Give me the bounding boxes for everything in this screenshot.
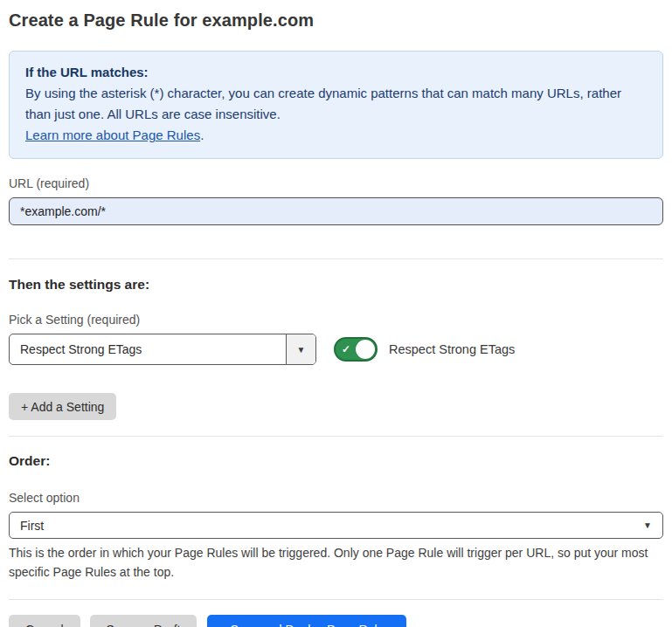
setting-toggle-group: ✓ Respect Strong ETags [334,337,515,362]
url-field-label: URL (required) [9,176,663,190]
cancel-button[interactable]: Cancel [9,615,80,627]
save-as-draft-button[interactable]: Save as Draft [90,615,197,627]
order-help-text: This is the order in which your Page Rul… [9,543,663,582]
order-select-label: Select option [9,491,663,505]
respect-strong-etags-toggle[interactable]: ✓ [334,337,378,362]
url-matches-info-box: If the URL matches: By using the asteris… [9,51,663,159]
check-icon: ✓ [342,344,350,355]
order-select[interactable]: First ▼ [9,512,663,539]
settings-section-heading: Then the settings are: [9,277,663,293]
chevron-down-icon: ▼ [297,345,306,355]
order-section-heading: Order: [9,453,663,469]
toggle-knob [356,340,375,359]
setting-row: Respect Strong ETags ▼ ✓ Respect Strong … [9,334,663,365]
chevron-down-icon: ▼ [643,520,652,530]
pick-setting-label: Pick a Setting (required) [9,313,663,327]
add-setting-button[interactable]: + Add a Setting [9,393,116,420]
divider [9,599,663,600]
url-input[interactable] [9,197,663,225]
divider [9,258,663,259]
learn-more-link[interactable]: Learn more about Page Rules [25,127,200,142]
info-box-body: By using the asterisk (*) character, you… [25,83,647,125]
divider [9,436,663,437]
order-select-value: First [20,519,44,533]
page-title: Create a Page Rule for example.com [9,10,663,31]
link-period: . [200,127,204,142]
info-box-heading: If the URL matches: [25,62,647,83]
info-box-link-line: Learn more about Page Rules. [25,125,647,146]
save-and-deploy-button[interactable]: Save and Deploy Page Rule [207,615,406,627]
setting-dropdown-value: Respect Strong ETags [10,334,286,364]
setting-dropdown-arrow-button[interactable]: ▼ [286,334,315,364]
action-button-row: Cancel Save as Draft Save and Deploy Pag… [9,615,663,627]
toggle-label: Respect Strong ETags [389,342,515,356]
setting-dropdown[interactable]: Respect Strong ETags ▼ [9,334,316,365]
